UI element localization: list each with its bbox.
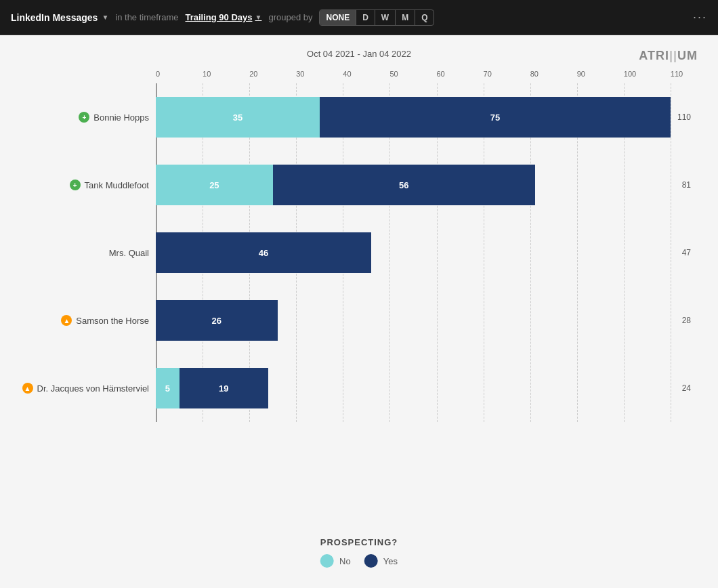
x-axis-labels: 0102030405060708090100110 (156, 70, 671, 78)
bar-row: Mrs. Quail4647 (156, 219, 671, 287)
chart-area: 0102030405060708090100110 +Bonnie Hopps3… (156, 70, 671, 422)
bar-segment-yes: 19 (180, 368, 268, 408)
bar-label-area: ▲Dr. Jacques von Hämsterviel (20, 383, 149, 394)
bar-segment-yes: 46 (156, 232, 371, 273)
legend-items: NoYes (320, 554, 398, 568)
bar-label-text: Tank Muddlefoot (85, 180, 149, 190)
timeframe-selector[interactable]: Trailing 90 Days ▼ (186, 12, 262, 22)
topbar: LinkedIn Messages ▼ in the timeframe Tra… (0, 0, 718, 35)
legend-item: Yes (364, 554, 398, 568)
bar-segment-yes: 26 (156, 300, 278, 341)
group-btn-q[interactable]: Q (415, 10, 434, 25)
orange-status-icon: ▲ (61, 315, 72, 326)
legend-item: No (320, 554, 351, 568)
bar-label-text: Bonnie Hopps (93, 112, 149, 123)
bar-wrapper: 3575110 (156, 97, 671, 138)
bar-segment-no: 35 (156, 97, 320, 138)
group-btn-m[interactable]: M (396, 10, 415, 25)
more-options-button[interactable]: ··· (693, 10, 707, 24)
bar-total: 81 (682, 180, 691, 190)
legend-item-label: No (339, 556, 351, 566)
timeframe-chevron-icon: ▼ (255, 14, 262, 21)
group-btn-w[interactable]: W (375, 10, 396, 25)
bar-total: 110 (677, 112, 691, 122)
bar-segment-no: 5 (156, 368, 180, 408)
app-selector[interactable]: LinkedIn Messages ▼ (11, 12, 108, 23)
grid-line (671, 83, 671, 422)
atrillium-logo: ATRI||UM (639, 49, 698, 63)
bar-row: +Bonnie Hopps3575110 (156, 83, 671, 151)
bar-label-area: +Tank Muddlefoot (20, 180, 149, 190)
legend-title: PROSPECTING? (320, 537, 398, 547)
bar-label-area: +Bonnie Hopps (20, 112, 149, 123)
bar-label-area: Mrs. Quail (20, 248, 149, 258)
legend-swatch (320, 554, 334, 568)
bar-wrapper: 4647 (156, 232, 671, 273)
group-btn-none[interactable]: NONE (320, 10, 356, 25)
bar-wrapper: 255681 (156, 165, 671, 205)
bar-total: 24 (682, 383, 691, 393)
bar-label-text: Dr. Jacques von Hämsterviel (37, 383, 149, 394)
bar-segment-yes: 56 (273, 165, 535, 205)
bar-row: ▲Samson the Horse2628 (156, 287, 671, 354)
chart-container: Oct 04 2021 - Jan 04 2022 ATRI||UM 01020… (0, 35, 718, 588)
chart-body: +Bonnie Hopps3575110+Tank Muddlefoot2556… (156, 83, 671, 422)
chart-legend: PROSPECTING? NoYes (320, 537, 398, 568)
bar-segment-yes: 75 (320, 97, 671, 138)
legend-swatch (364, 554, 378, 568)
in-timeframe-label: in the timeframe (115, 12, 178, 22)
grouped-by-label: grouped by (268, 12, 312, 22)
timeframe-value: Trailing 90 Days (186, 12, 253, 22)
bar-wrapper: 2628 (156, 300, 671, 341)
green-status-icon: + (79, 112, 89, 123)
bar-row: ▲Dr. Jacques von Hämsterviel51924 (156, 354, 671, 422)
bar-total: 28 (682, 316, 691, 325)
group-btn-d[interactable]: D (356, 10, 375, 25)
green-status-icon: + (70, 180, 81, 190)
app-name: LinkedIn Messages (11, 12, 98, 23)
app-chevron-icon: ▼ (102, 14, 108, 21)
orange-status-icon: ▲ (22, 383, 33, 394)
bar-total: 47 (682, 248, 691, 257)
bar-wrapper: 51924 (156, 368, 671, 408)
bar-label-text: Mrs. Quail (109, 248, 149, 258)
bar-label-area: ▲Samson the Horse (20, 315, 149, 326)
bar-row: +Tank Muddlefoot255681 (156, 151, 671, 219)
group-by-controls: NONE D W M Q (319, 9, 434, 26)
bar-segment-no: 25 (156, 165, 273, 205)
chart-date-range: Oct 04 2021 - Jan 04 2022 (20, 49, 698, 59)
legend-item-label: Yes (383, 556, 398, 566)
bar-label-text: Samson the Horse (76, 316, 149, 326)
